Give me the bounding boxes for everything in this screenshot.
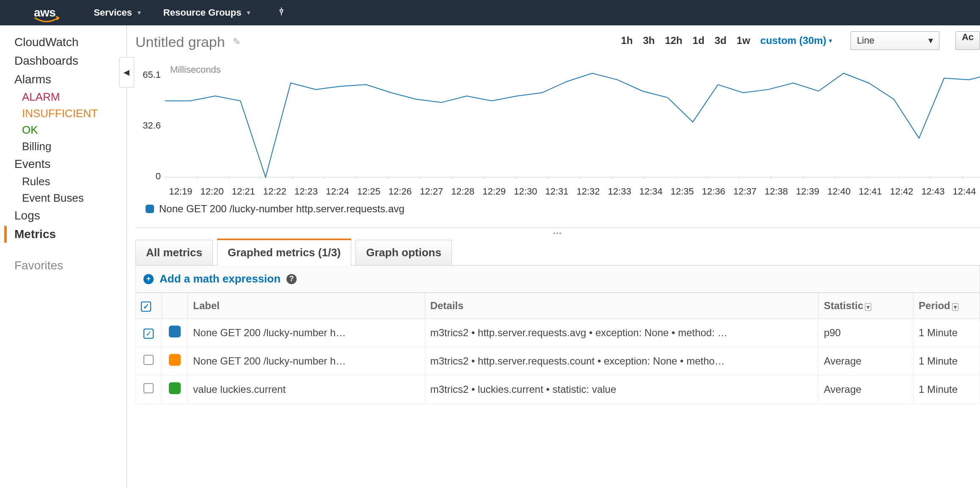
tab-all-metrics[interactable]: All metrics xyxy=(135,240,213,265)
sidebar-label: Logs xyxy=(14,209,40,222)
aws-logo[interactable]: aws xyxy=(34,6,55,19)
range-3d[interactable]: 3d xyxy=(715,35,727,47)
table-row: value luckies.currentm3trics2 • luckies.… xyxy=(136,376,980,404)
edit-icon[interactable]: ✎ xyxy=(233,36,240,47)
dropdown-icon: ▾ xyxy=(952,303,958,311)
y-axis-unit: Milliseconds xyxy=(170,64,221,75)
y-tick-label: 32.6 xyxy=(135,120,161,131)
sidebar-label: INSUFFICIENT xyxy=(22,107,98,120)
aws-smile-icon xyxy=(34,16,59,25)
row-checkbox[interactable]: ✓ xyxy=(136,319,162,347)
dropdown-icon: ▾ xyxy=(865,303,871,311)
plus-circle-icon[interactable]: + xyxy=(143,274,154,284)
range-1h[interactable]: 1h xyxy=(621,35,633,47)
x-tick-label: 12:41 xyxy=(855,186,886,197)
sidebar-label: CloudWatch xyxy=(14,36,78,49)
x-tick-label: 12:32 xyxy=(573,186,604,197)
help-icon[interactable]: ? xyxy=(286,274,297,284)
sidebar-item-dashboards[interactable]: Dashboards xyxy=(14,52,127,70)
row-label[interactable]: None GET 200 /lucky-number h… xyxy=(188,319,425,347)
range-1w[interactable]: 1w xyxy=(737,35,750,47)
row-color[interactable] xyxy=(162,347,188,376)
checkbox-icon: ✓ xyxy=(141,302,151,312)
sidebar-item-billing[interactable]: Billing xyxy=(14,138,127,155)
checkbox-icon: ✓ xyxy=(143,329,154,339)
range-3h[interactable]: 3h xyxy=(643,35,655,47)
header-label[interactable]: Label xyxy=(188,293,425,319)
row-checkbox[interactable] xyxy=(136,376,162,404)
sidebar-label: Rules xyxy=(22,175,50,188)
sidebar-label: ALARM xyxy=(22,90,60,103)
sidebar-item-ok[interactable]: OK xyxy=(14,122,127,138)
header-details[interactable]: Details xyxy=(425,293,818,319)
chart-canvas[interactable] xyxy=(165,65,980,184)
sidebar-item-events[interactable]: Events xyxy=(14,155,127,173)
header-checkbox[interactable]: ✓ xyxy=(136,293,162,319)
x-tick-label: 12:35 xyxy=(666,186,698,197)
sidebar-item-logs[interactable]: Logs xyxy=(14,206,127,225)
tab-label: All metrics xyxy=(146,246,202,259)
chevron-down-icon: ▾ xyxy=(928,35,933,46)
header-text: Period xyxy=(919,300,950,311)
x-tick-label: 12:39 xyxy=(792,186,823,197)
row-period[interactable]: 1 Minute xyxy=(914,376,980,404)
range-12h[interactable]: 12h xyxy=(665,35,682,47)
y-tick-label: 0 xyxy=(135,171,161,182)
range-1d[interactable]: 1d xyxy=(693,35,705,47)
sidebar-item-metrics[interactable]: Metrics xyxy=(14,225,127,244)
services-menu[interactable]: Services ▼ xyxy=(94,7,142,18)
sidebar-label: Favorites xyxy=(14,259,63,272)
sidebar-item-cloudwatch[interactable]: CloudWatch xyxy=(14,33,127,52)
x-tick-label: 12:25 xyxy=(353,186,384,197)
header-period[interactable]: Period▾ xyxy=(914,293,980,319)
row-statistic[interactable]: p90 xyxy=(818,319,913,347)
resource-groups-menu[interactable]: Resource Groups ▼ xyxy=(163,7,251,18)
row-details: m3trics2 • luckies.current • statistic: … xyxy=(425,376,818,404)
main-content: Untitled graph ✎ 1h 3h 12h 1d 3d 1w cust… xyxy=(127,25,980,488)
table-row: ✓None GET 200 /lucky-number h…m3trics2 •… xyxy=(136,319,980,347)
row-period[interactable]: 1 Minute xyxy=(914,319,980,347)
x-tick-label: 12:27 xyxy=(416,186,447,197)
chevron-down-icon: ▼ xyxy=(245,9,251,16)
sidebar-label: Metrics xyxy=(14,228,56,241)
sidebar-label: Events xyxy=(14,157,51,170)
resize-grip[interactable]: ▪▪▪ xyxy=(135,230,980,236)
sidebar-item-alarm-state[interactable]: ALARM xyxy=(14,89,127,105)
row-color[interactable] xyxy=(162,376,188,404)
tab-label: Graphed metrics (1/3) xyxy=(228,246,341,259)
checkbox-icon xyxy=(143,355,154,365)
sidebar-item-insufficient[interactable]: INSUFFICIENT xyxy=(14,105,127,122)
x-axis: 12:1912:2012:2112:2212:2312:2412:2512:26… xyxy=(165,186,980,197)
header-statistic[interactable]: Statistic▾ xyxy=(818,293,913,319)
row-statistic[interactable]: Average xyxy=(818,347,913,376)
row-statistic[interactable]: Average xyxy=(818,376,913,404)
x-tick-label: 12:26 xyxy=(385,186,416,197)
sidebar-label: Dashboards xyxy=(14,54,78,67)
actions-label: Ac xyxy=(962,32,974,42)
pin-icon[interactable] xyxy=(277,7,286,19)
x-tick-label: 12:28 xyxy=(447,186,479,197)
row-label[interactable]: value luckies.current xyxy=(188,376,425,404)
row-label[interactable]: None GET 200 /lucky-number h… xyxy=(188,347,425,376)
tab-graphed-metrics[interactable]: Graphed metrics (1/3) xyxy=(217,240,351,265)
sidebar-item-event-buses[interactable]: Event Buses xyxy=(14,190,127,206)
x-tick-label: 12:29 xyxy=(479,186,510,197)
sidebar-item-alarms[interactable]: Alarms xyxy=(14,70,127,89)
row-checkbox[interactable] xyxy=(136,347,162,376)
row-period[interactable]: 1 Minute xyxy=(914,347,980,376)
x-tick-label: 12:33 xyxy=(604,186,635,197)
tab-label: Graph options xyxy=(366,246,441,259)
range-custom[interactable]: custom (30m) ▾ xyxy=(760,35,832,47)
add-math-expression-link[interactable]: Add a math expression xyxy=(160,272,281,285)
sidebar: ◀ CloudWatch Dashboards Alarms ALARM INS… xyxy=(0,25,127,488)
sidebar-item-favorites[interactable]: Favorites xyxy=(14,256,127,275)
actions-button[interactable]: Ac xyxy=(955,31,980,50)
row-details: m3trics2 • http.server.requests.avg • ex… xyxy=(425,319,818,347)
chart-type-select[interactable]: Line ▾ xyxy=(851,31,939,50)
tab-graph-options[interactable]: Graph options xyxy=(355,240,452,265)
graph-title: Untitled graph xyxy=(135,34,225,50)
sidebar-item-rules[interactable]: Rules xyxy=(14,173,127,190)
row-color[interactable] xyxy=(162,319,188,347)
time-range-row: 1h 3h 12h 1d 3d 1w custom (30m) ▾ Line ▾… xyxy=(621,31,980,50)
table-row: None GET 200 /lucky-number h…m3trics2 • … xyxy=(136,347,980,376)
